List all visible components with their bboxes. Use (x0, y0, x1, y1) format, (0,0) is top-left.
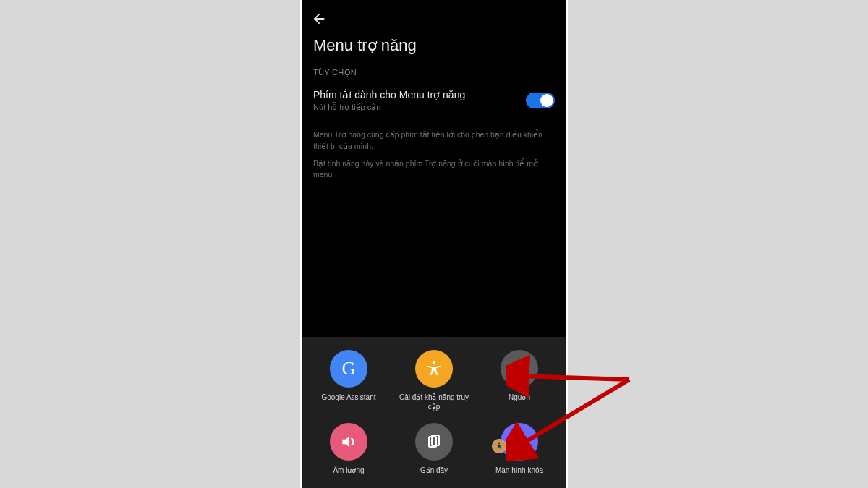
menu-item-label: Nguồn (509, 393, 530, 411)
lock-icon (501, 423, 538, 461)
description-text-2: Bật tính năng này và nhấn phím Trợ năng … (302, 153, 566, 181)
svg-point-0 (433, 361, 435, 364)
back-arrow-icon (311, 11, 327, 27)
shortcut-toggle[interactable] (526, 93, 555, 108)
description-text-1: Menu Trợ năng cung cấp phím tắt tiện lợi… (302, 119, 566, 153)
letter-g-icon: G (342, 358, 356, 380)
section-label-options: TÙY CHỌN (302, 68, 566, 83)
menu-item-accessibility-settings[interactable]: Cài đặt khả năng truy cập (394, 350, 474, 411)
power-icon (501, 350, 538, 388)
setting-text: Phím tắt dành cho Menu trợ năng Nút hỗ t… (313, 89, 465, 112)
volume-icon (330, 423, 367, 461)
recent-apps-icon (415, 423, 453, 461)
page-title: Menu trợ năng (302, 32, 566, 68)
accessibility-small-icon (495, 442, 503, 450)
menu-grid: G Google Assistant Cài đặt khả năng truy… (309, 350, 559, 484)
setting-row-shortcut[interactable]: Phím tắt dành cho Menu trợ năng Nút hỗ t… (302, 83, 566, 119)
svg-point-4 (498, 443, 500, 445)
menu-item-label: Google Assistant (321, 393, 375, 411)
phone-frame: Menu trợ năng TÙY CHỌN Phím tắt dành cho… (300, 0, 568, 488)
menu-item-label: Gần đây (420, 466, 448, 484)
app-bar (302, 3, 566, 32)
accessibility-fab[interactable] (492, 439, 506, 453)
svg-rect-3 (515, 440, 524, 447)
menu-item-power[interactable]: Nguồn (480, 350, 559, 411)
menu-item-label: Cài đặt khả năng truy cập (394, 393, 474, 411)
menu-item-lock-screen[interactable]: Màn hình khóa (480, 423, 559, 484)
setting-title: Phím tắt dành cho Menu trợ năng (313, 89, 465, 100)
content-spacer (302, 181, 566, 337)
menu-item-volume[interactable]: Âm lượng (309, 423, 388, 484)
menu-item-google-assistant[interactable]: G Google Assistant (309, 350, 388, 411)
back-button[interactable] (309, 9, 329, 29)
menu-item-label: Âm lượng (333, 466, 364, 484)
menu-item-label: Màn hình khóa (495, 466, 543, 484)
accessibility-icon (415, 350, 453, 388)
google-assistant-icon: G (330, 350, 367, 388)
setting-subtitle: Nút hỗ trợ tiếp cận (313, 103, 465, 112)
accessibility-menu-panel: G Google Assistant Cài đặt khả năng truy… (302, 337, 566, 488)
menu-item-recent[interactable]: Gần đây (394, 423, 474, 484)
